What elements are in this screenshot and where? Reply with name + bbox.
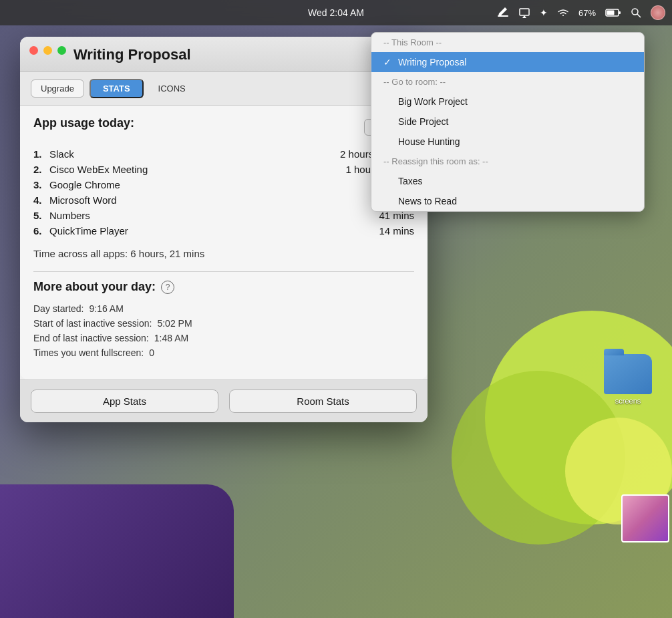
close-button[interactable]	[29, 46, 38, 55]
window-titlebar: Writing Proposal	[20, 37, 428, 72]
dropdown-this-room-label: -- This Room --	[371, 33, 644, 52]
app-name: Microsoft Word	[49, 194, 379, 206]
app-name: QuickTime Player	[49, 225, 379, 237]
dropdown-big-work-project[interactable]: Big Work Project	[371, 92, 644, 112]
stat-value: 0	[149, 347, 154, 358]
folder-label: screens	[615, 397, 641, 405]
bluetooth-icon: ✦	[540, 7, 548, 18]
menubar-time: Wed 2:04 AM	[308, 7, 364, 18]
app-usage-header: App usage today: Overall	[33, 116, 414, 138]
list-item: 4. Microsoft Word 51 mins	[33, 192, 414, 208]
total-time-label: Time across all apps:	[33, 248, 128, 259]
window-controls	[29, 46, 66, 55]
wifi-icon	[557, 8, 569, 17]
screenshot-thumb	[621, 494, 669, 543]
list-item: 2. Cisco WebEx Meeting 1 hour, 10 mins	[33, 162, 414, 177]
dropdown-side-project[interactable]: Side Project	[371, 112, 644, 132]
list-item: 5. Numbers 41 mins	[33, 208, 414, 223]
app-rank: 1.	[33, 148, 49, 160]
app-rank: 2.	[33, 164, 49, 175]
app-time: 14 mins	[379, 225, 414, 237]
app-name: Cisco WebEx Meeting	[49, 164, 345, 175]
dropdown-news-to-read[interactable]: News to Read	[371, 191, 644, 211]
tabs-bar: Upgrade STATS ICONS	[20, 72, 428, 106]
stat-row-inactive-end: End of last inactive session: 1:48 AM	[33, 333, 414, 343]
svg-rect-7	[607, 11, 615, 15]
total-time-row: Time across all apps: 6 hours, 21 mins	[33, 248, 414, 259]
stat-row-day-started: Day started: 9:16 AM	[33, 303, 414, 314]
app-list: 1. Slack 2 hours, 11 mins 2. Cisco WebEx…	[33, 146, 414, 239]
app-window: Writing Proposal Upgrade STATS ICONS App…	[20, 37, 428, 422]
svg-rect-4	[520, 9, 529, 15]
battery-icon	[605, 8, 621, 17]
stat-value: 9:16 AM	[89, 303, 123, 314]
app-rank: 4.	[33, 194, 49, 206]
dropdown-house-hunting[interactable]: House Hunting	[371, 132, 644, 152]
dropdown-room-label: Side Project	[398, 116, 448, 127]
svg-rect-3	[498, 15, 508, 17]
list-item: 6. QuickTime Player 14 mins	[33, 223, 414, 239]
edit-icon	[497, 7, 509, 19]
app-stats-button[interactable]: App Stats	[31, 390, 218, 413]
battery-percentage: 67%	[578, 8, 596, 18]
day-stats: Day started: 9:16 AM Start of last inact…	[33, 303, 414, 358]
window-title: Writing Proposal	[73, 46, 417, 63]
more-about-heading: More about your day:	[33, 280, 156, 294]
folder-icon-container[interactable]: screens	[604, 354, 652, 405]
stat-row-inactive-start: Start of last inactive session: 5:02 PM	[33, 318, 414, 329]
tab-stats[interactable]: STATS	[90, 79, 144, 98]
minimize-button[interactable]	[43, 46, 52, 55]
window-content: App usage today: Overall 1. Slack 2 hour…	[20, 106, 428, 379]
app-name: Numbers	[49, 210, 379, 221]
list-item: 3. Google Chrome 56 mins	[33, 177, 414, 192]
dropdown-room-label: News to Read	[398, 196, 457, 206]
menubar-icons: ✦ 67%	[497, 5, 665, 20]
app-rank: 5.	[33, 210, 49, 221]
dropdown-room-label: Taxes	[398, 176, 423, 186]
stat-value: 1:48 AM	[154, 333, 188, 343]
search-icon[interactable]	[631, 7, 641, 18]
dropdown-taxes[interactable]: Taxes	[371, 171, 644, 191]
folder-icon	[604, 354, 652, 394]
stat-label: Start of last inactive session:	[33, 318, 152, 329]
room-stats-button[interactable]: Room Stats	[229, 390, 417, 413]
list-item: 1. Slack 2 hours, 11 mins	[33, 146, 414, 162]
help-icon[interactable]: ?	[161, 281, 174, 294]
dropdown-writing-proposal[interactable]: ✓ Writing Proposal	[371, 52, 644, 72]
bottom-buttons: App Stats Room Stats	[20, 379, 428, 422]
user-avatar[interactable]	[651, 5, 665, 20]
more-about-header: More about your day: ?	[33, 280, 414, 294]
dropdown-reassign-label: -- Reassign this room as: --	[371, 152, 644, 171]
checkmark-icon: ✓	[383, 57, 393, 67]
section-divider	[33, 271, 414, 272]
menubar: Wed 2:04 AM ✦ 67%	[0, 0, 672, 25]
app-name: Google Chrome	[49, 179, 379, 190]
svg-point-9	[632, 9, 638, 15]
dropdown-room-label: House Hunting	[398, 136, 460, 147]
stat-label: Times you went fullscreen:	[33, 347, 144, 358]
dropdown-menu: -- This Room -- ✓ Writing Proposal -- Go…	[371, 32, 645, 212]
airplay-icon	[518, 7, 530, 19]
purple-decoration	[0, 484, 234, 618]
screenshot-container[interactable]: Screen2019-05	[632, 494, 659, 510]
total-time-value: 6 hours, 21 mins	[130, 248, 204, 259]
svg-rect-8	[619, 11, 621, 14]
app-rank: 6.	[33, 225, 49, 237]
app-rank: 3.	[33, 179, 49, 190]
stat-row-fullscreen: Times you went fullscreen: 0	[33, 347, 414, 358]
app-name: Slack	[49, 148, 340, 160]
app-usage-heading: App usage today:	[33, 116, 134, 130]
dropdown-selected-label: Writing Proposal	[398, 57, 466, 67]
stat-label: End of last inactive session:	[33, 333, 149, 343]
dropdown-room-label: Big Work Project	[398, 96, 468, 107]
svg-line-10	[637, 14, 641, 17]
dropdown-go-to-room-label: -- Go to room: --	[371, 72, 644, 92]
tab-upgrade[interactable]: Upgrade	[31, 80, 84, 98]
stat-label: Day started:	[33, 303, 83, 314]
stat-value: 5:02 PM	[157, 318, 192, 329]
tab-icons[interactable]: ICONS	[149, 80, 195, 97]
maximize-button[interactable]	[57, 46, 66, 55]
